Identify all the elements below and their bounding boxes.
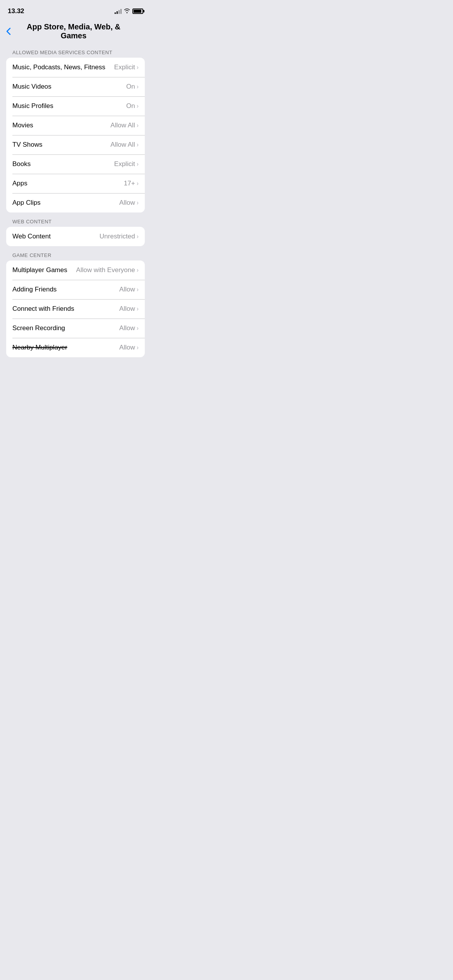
row-right-adding-friends: Allow › [119,286,139,293]
status-icons [115,8,143,14]
chevron-icon-movies: › [137,122,139,129]
row-label-adding-friends: Adding Friends [12,286,57,293]
row-screen-recording[interactable]: Screen Recording Allow › [6,319,145,338]
nav-bar: App Store, Media, Web, & Games [0,19,151,46]
chevron-icon-web-content: › [137,233,139,240]
signal-icon [115,9,122,14]
page-title: App Store, Media, Web, & Games [14,22,133,40]
chevron-icon-connect-friends: › [137,305,139,312]
chevron-icon-tv-shows: › [137,141,139,148]
row-right-web-content: Unrestricted › [100,233,139,240]
row-value-music-podcasts: Explicit [114,63,135,71]
row-connect-friends[interactable]: Connect with Friends Allow › [6,299,145,319]
row-music-videos[interactable]: Music Videos On › [6,77,145,96]
row-right-connect-friends: Allow › [119,305,139,313]
row-right-books: Explicit › [114,160,139,168]
row-app-clips[interactable]: App Clips Allow › [6,193,145,212]
row-label-connect-friends: Connect with Friends [12,305,74,313]
row-value-web-content: Unrestricted [100,233,135,240]
row-value-multiplayer-games: Allow with Everyone [76,266,135,274]
row-label-apps: Apps [12,180,27,187]
row-right-movies: Allow All › [110,122,139,129]
row-value-movies: Allow All [110,122,135,129]
chevron-icon-books: › [137,161,139,168]
chevron-icon-multiplayer-games: › [137,267,139,274]
chevron-icon-app-clips: › [137,199,139,206]
chevron-icon-nearby-multiplayer: › [137,344,139,351]
row-label-nearby-multiplayer: Nearby Multiplayer [12,344,67,351]
row-label-music-videos: Music Videos [12,83,51,91]
row-value-tv-shows: Allow All [110,141,135,149]
row-apps[interactable]: Apps 17+ › [6,174,145,193]
row-value-screen-recording: Allow [119,324,135,332]
row-right-nearby-multiplayer: Allow › [119,344,139,351]
row-value-nearby-multiplayer: Allow [119,344,135,351]
row-label-movies: Movies [12,122,33,129]
row-value-apps: 17+ [124,180,135,187]
row-value-books: Explicit [114,160,135,168]
row-label-tv-shows: TV Shows [12,141,42,149]
back-button[interactable] [6,27,11,35]
row-right-tv-shows: Allow All › [110,141,139,149]
section-header-web-content: WEB CONTENT [6,216,145,227]
row-tv-shows[interactable]: TV Shows Allow All › [6,135,145,154]
row-books[interactable]: Books Explicit › [6,154,145,174]
settings-group-game-center: Multiplayer Games Allow with Everyone › … [6,260,145,357]
wifi-icon [124,8,130,14]
settings-group-allowed-media: Music, Podcasts, News, Fitness Explicit … [6,58,145,212]
row-right-apps: 17+ › [124,180,139,187]
row-multiplayer-games[interactable]: Multiplayer Games Allow with Everyone › [6,260,145,280]
section-header-game-center: GAME CENTER [6,249,145,260]
row-label-music-profiles: Music Profiles [12,102,53,110]
row-music-podcasts[interactable]: Music, Podcasts, News, Fitness Explicit … [6,58,145,77]
status-bar: 13.32 [0,0,151,19]
section-allowed-media: ALLOWED MEDIA SERVICES CONTENT Music, Po… [6,46,145,212]
row-label-web-content: Web Content [12,233,51,240]
status-time: 13.32 [8,7,24,15]
row-right-music-podcasts: Explicit › [114,63,139,71]
section-web-content: WEB CONTENT Web Content Unrestricted › [6,216,145,246]
row-value-music-videos: On [126,83,135,91]
chevron-icon-music-videos: › [137,83,139,90]
row-label-multiplayer-games: Multiplayer Games [12,266,67,274]
row-value-adding-friends: Allow [119,286,135,293]
row-right-app-clips: Allow › [119,199,139,207]
row-music-profiles[interactable]: Music Profiles On › [6,96,145,116]
section-game-center: GAME CENTER Multiplayer Games Allow with… [6,249,145,357]
battery-icon [132,9,143,14]
row-nearby-multiplayer[interactable]: Nearby Multiplayer Allow › [6,338,145,357]
row-right-screen-recording: Allow › [119,324,139,332]
row-web-content[interactable]: Web Content Unrestricted › [6,227,145,246]
chevron-icon-music-profiles: › [137,103,139,110]
section-header-allowed-media: ALLOWED MEDIA SERVICES CONTENT [6,46,145,58]
settings-group-web-content: Web Content Unrestricted › [6,227,145,246]
row-movies[interactable]: Movies Allow All › [6,116,145,135]
chevron-icon-apps: › [137,180,139,187]
row-value-app-clips: Allow [119,199,135,207]
row-label-music-podcasts: Music, Podcasts, News, Fitness [12,63,105,71]
row-right-music-profiles: On › [126,102,139,110]
row-label-books: Books [12,160,31,168]
row-label-screen-recording: Screen Recording [12,324,65,332]
chevron-icon-adding-friends: › [137,286,139,293]
row-right-multiplayer-games: Allow with Everyone › [76,266,139,274]
chevron-icon-music-podcasts: › [137,64,139,71]
row-right-music-videos: On › [126,83,139,91]
content-area: ALLOWED MEDIA SERVICES CONTENT Music, Po… [0,46,151,357]
row-value-music-profiles: On [126,102,135,110]
chevron-icon-screen-recording: › [137,325,139,332]
row-value-connect-friends: Allow [119,305,135,313]
row-label-app-clips: App Clips [12,199,41,207]
row-adding-friends[interactable]: Adding Friends Allow › [6,280,145,299]
